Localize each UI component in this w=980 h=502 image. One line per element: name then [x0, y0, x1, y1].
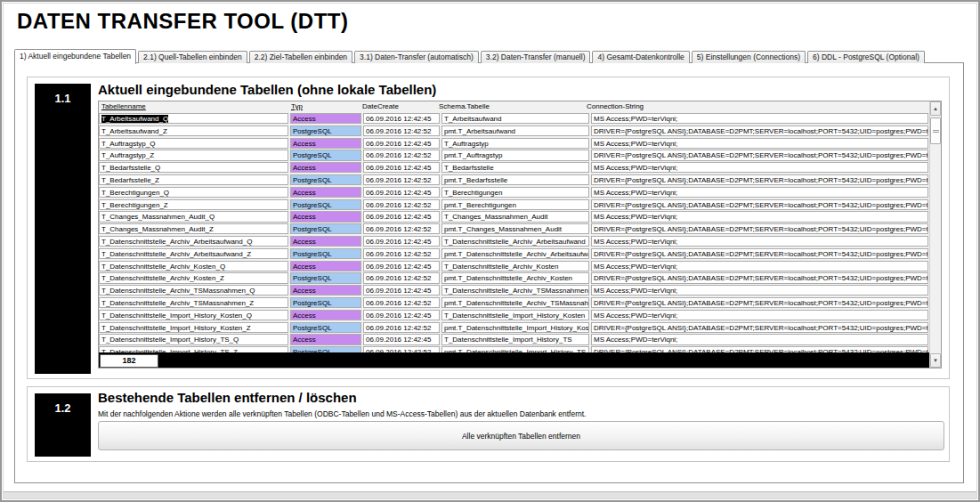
cell-tabellenname[interactable]: T_Arbeitsaufwand_Q: [99, 113, 288, 124]
cell-connection-string[interactable]: DRIVER={PostgreSQL ANSI};DATABASE=D2PMT;…: [591, 346, 928, 352]
cell-schema-tabelle[interactable]: T_Datenschnittstelle_Archiv_TSMassnahmen: [441, 285, 589, 296]
cell-connection-string[interactable]: DRIVER={PostgreSQL ANSI};DATABASE=D2PMT;…: [591, 248, 928, 259]
cell-datecreate[interactable]: 06.09.2016 12:42:45: [363, 211, 440, 222]
cell-connection-string[interactable]: MS Access;PWD=terViqni;: [591, 211, 928, 222]
cell-tabellenname[interactable]: T_Bedarfsstelle_Q: [99, 162, 288, 173]
cell-datecreate[interactable]: 06.09.2016 12:42:45: [363, 334, 440, 344]
cell-tabellenname[interactable]: T_Bedarfsstelle_Z: [99, 174, 288, 185]
vertical-scrollbar[interactable]: ▲ ▼: [929, 101, 941, 368]
tab-2[interactable]: 2.1) Quell-Tabellen einbinden: [138, 51, 247, 63]
cell-tabellenname[interactable]: T_Datenschnittstelle_Archiv_Arbeitsaufwa…: [99, 248, 288, 259]
cell-schema-tabelle[interactable]: T_Auftragstyp: [441, 138, 589, 149]
cell-datecreate[interactable]: 06.09.2016 12:42:52: [363, 272, 440, 283]
cell-datecreate[interactable]: 06.09.2016 12:42:52: [363, 150, 440, 160]
column-header-date[interactable]: DateCreate: [360, 101, 436, 112]
cell-typ[interactable]: Access: [290, 162, 361, 173]
cell-typ[interactable]: PostgreSQL: [290, 322, 361, 333]
cell-typ[interactable]: PostgreSQL: [290, 346, 361, 352]
cell-datecreate[interactable]: 06.09.2016 12:42:52: [363, 322, 440, 333]
scrollbar-track[interactable]: [930, 146, 941, 353]
cell-connection-string[interactable]: DRIVER={PostgreSQL ANSI};DATABASE=D2PMT;…: [591, 126, 928, 136]
cell-schema-tabelle[interactable]: pmt.T_Changes_Massnahmen_Audit: [441, 223, 589, 234]
cell-tabellenname[interactable]: T_Changes_Massnahmen_Audit_Z: [99, 223, 288, 234]
cell-schema-tabelle[interactable]: pmt.T_Bedarfsstelle: [441, 174, 589, 185]
cell-schema-tabelle[interactable]: T_Datenschnittstelle_Archiv_Arbeitsaufwa…: [441, 236, 589, 247]
cell-typ[interactable]: Access: [290, 261, 361, 271]
cell-schema-tabelle[interactable]: T_Datenschnittstelle_Archiv_Kosten: [441, 261, 589, 271]
cell-datecreate[interactable]: 06.09.2016 12:42:45: [363, 285, 440, 296]
cell-connection-string[interactable]: DRIVER={PostgreSQL ANSI};DATABASE=D2PMT;…: [591, 322, 928, 333]
cell-schema-tabelle[interactable]: T_Datenschnittstelle_Import_History_Kost…: [441, 310, 589, 320]
cell-schema-tabelle[interactable]: pmt.T_Datenschnittstelle_Import_History_…: [441, 346, 589, 352]
cell-schema-tabelle[interactable]: pmt.T_Datenschnittstelle_Archiv_TSMassna…: [441, 297, 589, 308]
cell-schema-tabelle[interactable]: pmt.T_Berechtigungen: [441, 199, 589, 210]
cell-datecreate[interactable]: 06.09.2016 12:42:45: [363, 162, 440, 173]
column-header-typ[interactable]: Typ: [288, 101, 360, 112]
cell-tabellenname[interactable]: T_Berechtigungen_Z: [99, 199, 288, 210]
cell-connection-string[interactable]: DRIVER={PostgreSQL ANSI};DATABASE=D2PMT;…: [591, 199, 928, 210]
cell-schema-tabelle[interactable]: T_Arbeitsaufwand: [441, 113, 589, 124]
tab-4[interactable]: 3.1) Daten-Transfer (automatisch): [354, 51, 479, 63]
remove-all-linked-tables-button[interactable]: Alle verknüpften Tabellen entfernen: [98, 421, 944, 450]
cell-tabellenname[interactable]: T_Auftragstyp_Q: [99, 138, 288, 149]
cell-datecreate[interactable]: 06.09.2016 12:42:45: [363, 261, 440, 271]
cell-typ[interactable]: PostgreSQL: [290, 126, 361, 136]
cell-typ[interactable]: Access: [290, 236, 361, 247]
cell-schema-tabelle[interactable]: pmt.T_Datenschnittstelle_Archiv_Arbeitsa…: [441, 248, 589, 259]
cell-connection-string[interactable]: MS Access;PWD=terViqni;: [591, 310, 928, 320]
cell-tabellenname[interactable]: T_Datenschnittstelle_Archiv_Kosten_Z: [99, 272, 288, 283]
cell-datecreate[interactable]: 06.09.2016 12:42:52: [363, 346, 440, 352]
cell-connection-string[interactable]: DRIVER={PostgreSQL ANSI};DATABASE=D2PMT;…: [591, 150, 928, 160]
cell-connection-string[interactable]: MS Access;PWD=terViqni;: [591, 236, 928, 247]
cell-typ[interactable]: Access: [290, 334, 361, 344]
cell-connection-string[interactable]: MS Access;PWD=terViqni;: [591, 285, 928, 296]
cell-connection-string[interactable]: MS Access;PWD=terViqni;: [591, 187, 928, 198]
cell-tabellenname[interactable]: T_Berechtigungen_Q: [99, 187, 288, 198]
scrollbar-thumb[interactable]: [930, 117, 941, 144]
cell-typ[interactable]: Access: [290, 138, 361, 149]
cell-schema-tabelle[interactable]: T_Berechtigungen: [441, 187, 589, 198]
cell-tabellenname[interactable]: T_Arbeitsaufwand_Z: [99, 126, 288, 136]
tab-8[interactable]: 6) DDL - PostgreSQL (Optional): [807, 51, 925, 63]
cell-schema-tabelle[interactable]: T_Bedarfsstelle: [441, 162, 589, 173]
cell-typ[interactable]: Access: [290, 285, 361, 296]
scroll-up-icon[interactable]: ▲: [930, 101, 941, 116]
cell-tabellenname[interactable]: T_Datenschnittstelle_Import_History_TS_Q: [99, 334, 288, 344]
cell-typ[interactable]: Access: [290, 211, 361, 222]
cell-schema-tabelle[interactable]: pmt.T_Auftragstyp: [441, 150, 589, 160]
cell-schema-tabelle[interactable]: pmt.T_Datenschnittstelle_Archiv_Kosten: [441, 272, 589, 283]
cell-datecreate[interactable]: 06.09.2016 12:42:52: [363, 126, 440, 136]
cell-typ[interactable]: PostgreSQL: [290, 248, 361, 259]
cell-connection-string[interactable]: MS Access;PWD=terViqni;: [591, 113, 928, 124]
cell-tabellenname[interactable]: T_Datenschnittstelle_Archiv_TSMassnahmen…: [99, 297, 288, 308]
cell-datecreate[interactable]: 06.09.2016 12:42:52: [363, 223, 440, 234]
tab-7[interactable]: 5) Einstellungen (Connections): [692, 51, 806, 63]
column-header-conn[interactable]: Connection-String: [584, 101, 929, 112]
cell-typ[interactable]: Access: [290, 310, 361, 320]
cell-datecreate[interactable]: 06.09.2016 12:42:45: [363, 236, 440, 247]
column-header-name[interactable]: Tabellenname: [99, 101, 288, 112]
cell-connection-string[interactable]: MS Access;PWD=terViqni;: [591, 261, 928, 271]
record-count[interactable]: 182: [100, 354, 158, 368]
cell-connection-string[interactable]: MS Access;PWD=terViqni;: [591, 334, 928, 344]
cell-tabellenname[interactable]: T_Datenschnittstelle_Archiv_Kosten_Q: [99, 261, 288, 271]
cell-datecreate[interactable]: 06.09.2016 12:42:45: [363, 113, 440, 124]
cell-typ[interactable]: PostgreSQL: [290, 174, 361, 185]
cell-typ[interactable]: Access: [290, 113, 361, 124]
record-navigation-bar[interactable]: 182: [99, 352, 929, 368]
cell-datecreate[interactable]: 06.09.2016 12:42:52: [363, 297, 440, 308]
cell-tabellenname[interactable]: T_Changes_Massnahmen_Audit_Q: [99, 211, 288, 222]
cell-schema-tabelle[interactable]: T_Datenschnittstelle_Import_History_TS: [441, 334, 589, 344]
cell-typ[interactable]: PostgreSQL: [290, 199, 361, 210]
cell-connection-string[interactable]: MS Access;PWD=terViqni;: [591, 162, 928, 173]
cell-connection-string[interactable]: DRIVER={PostgreSQL ANSI};DATABASE=D2PMT;…: [591, 223, 928, 234]
cell-tabellenname[interactable]: T_Datenschnittstelle_Archiv_TSMassnahmen…: [99, 285, 288, 296]
cell-datecreate[interactable]: 06.09.2016 12:42:52: [363, 248, 440, 259]
cell-connection-string[interactable]: DRIVER={PostgreSQL ANSI};DATABASE=D2PMT;…: [591, 297, 928, 308]
tab-6[interactable]: 4) Gesamt-Datenkontrolle: [592, 51, 689, 63]
tab-3[interactable]: 2.2) Ziel-Tabellen einbinden: [249, 51, 352, 63]
cell-typ[interactable]: PostgreSQL: [290, 223, 361, 234]
tab-5[interactable]: 3.2) Daten-Transfer (manuell): [481, 51, 591, 63]
cell-datecreate[interactable]: 06.09.2016 12:42:45: [363, 310, 440, 320]
cell-datecreate[interactable]: 06.09.2016 12:42:45: [363, 138, 440, 149]
